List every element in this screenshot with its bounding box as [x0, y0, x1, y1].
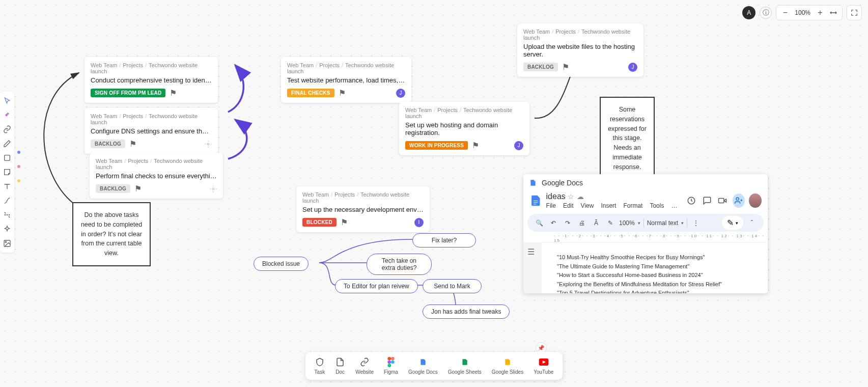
status-badge: SIGN OFF FROM PM LEAD [91, 89, 165, 97]
gear-icon[interactable] [205, 141, 212, 148]
menu-tools[interactable]: Tools [650, 202, 664, 209]
menu-edit[interactable]: Edit [563, 202, 574, 209]
svg-point-11 [387, 361, 391, 364]
link-tool[interactable] [2, 122, 13, 136]
info-button[interactable]: ⓘ [760, 7, 772, 19]
rect-tool[interactable] [2, 151, 13, 165]
note-box[interactable]: Some reservations expressed for this sta… [600, 97, 655, 180]
more-tool[interactable] [2, 208, 13, 222]
svg-point-1 [5, 214, 5, 215]
menu-insert[interactable]: Insert [601, 202, 616, 209]
mindmap-node[interactable]: Jon has adds final tweaks [423, 305, 510, 319]
breadcrumb: Web Team/Projects/Techwondo website laun… [96, 158, 217, 170]
gdoc-menu: File Edit View Insert Format Tools … [546, 201, 678, 209]
dock-gslides[interactable]: Google Slides [488, 355, 527, 377]
gear-icon[interactable] [210, 185, 217, 192]
card-title: Upload the website files to the hosting … [523, 43, 637, 58]
zoom-group: − 100% + [776, 5, 843, 20]
breadcrumb: Web Team/Projects/Techwondo website laun… [287, 62, 405, 74]
assignee-avatar[interactable]: I [414, 218, 424, 227]
mindmap-node[interactable]: Blocked issue [254, 257, 309, 271]
user-avatar[interactable]: A [742, 6, 755, 19]
search-icon[interactable]: 🔍 [534, 217, 545, 229]
mindmap-node[interactable]: Send to Mark [423, 279, 482, 293]
star-icon[interactable]: ☆ [568, 192, 574, 201]
note-box[interactable]: Do the above tasks need to be completed … [72, 202, 151, 266]
dock-doc[interactable]: Doc [331, 355, 349, 377]
task-card[interactable]: Web Team/Projects/Techwondo website laun… [399, 102, 529, 155]
flag-icon: ⚑ [134, 184, 142, 194]
gdoc-page[interactable]: "10 Must-Try Healthy Smoothie Recipes fo… [542, 243, 768, 293]
task-card[interactable]: Web Team/Projects/Techwondo website laun… [85, 57, 218, 103]
svg-point-3 [9, 214, 9, 215]
dock-youtube[interactable]: YouTube [529, 355, 557, 377]
gdoc-style[interactable]: Normal text [647, 219, 678, 227]
svg-point-10 [391, 357, 395, 361]
redo-icon[interactable]: ↷ [562, 217, 573, 229]
zoom-level[interactable]: 100% [792, 9, 814, 16]
dock-figma[interactable]: Figma [380, 355, 402, 377]
task-card[interactable]: Web Team/Projects/Techwondo website laun… [517, 23, 643, 77]
breadcrumb: Web Team/Projects/Techwondo website laun… [91, 113, 212, 125]
share-button[interactable] [733, 194, 745, 208]
cloud-icon[interactable]: ☁ [577, 192, 584, 201]
task-card[interactable]: Web Team/Projects/Techwondo website laun… [90, 153, 223, 199]
gdoc-source-label: Google Docs [542, 179, 583, 187]
gdoc-header: ideas ☆ ☁ File Edit View Insert Format T… [523, 189, 768, 212]
paint-icon[interactable]: ✎ [605, 217, 616, 229]
card-title: Perform final checks to ensure everythin… [96, 172, 217, 180]
gdoc-title[interactable]: ideas [546, 192, 566, 201]
doc-line: "10 Must-Try Healthy Smoothie Recipes fo… [557, 253, 752, 262]
print-icon[interactable]: 🖨 [576, 217, 587, 229]
integration-tool[interactable] [2, 108, 13, 122]
outline-icon[interactable]: ☰ [523, 243, 542, 293]
left-toolbar [0, 92, 14, 253]
collapse-icon[interactable]: ˆ [746, 217, 758, 229]
fit-width-button[interactable] [827, 6, 840, 19]
comment-icon[interactable] [701, 194, 713, 207]
assignee-avatar[interactable]: J [396, 89, 405, 98]
zoom-out-button[interactable]: − [778, 6, 792, 19]
cursor-tool[interactable] [2, 94, 13, 108]
sticky-tool[interactable] [2, 165, 13, 179]
svg-rect-8 [719, 199, 724, 203]
meet-icon[interactable] [717, 194, 729, 207]
menu-more[interactable]: … [671, 202, 677, 209]
history-icon[interactable] [685, 194, 697, 207]
more-icon[interactable]: ⋮ [690, 217, 702, 229]
assignee-avatar[interactable]: J [628, 63, 637, 72]
pen-tool[interactable] [2, 136, 13, 151]
task-card[interactable]: Web Team/Projects/Techwondo website laun… [296, 186, 430, 232]
menu-view[interactable]: View [581, 202, 594, 209]
breadcrumb: Web Team/Projects/Techwondo website laun… [91, 62, 212, 74]
dock-website[interactable]: Website [351, 355, 378, 377]
text-tool[interactable] [2, 179, 13, 194]
card-title: Conduct comprehensive testing to identif… [91, 76, 212, 84]
mindmap-node[interactable]: Tech take on extra duties? [367, 254, 432, 275]
dock-task[interactable]: Task [311, 355, 329, 377]
editing-mode[interactable]: ✎▾ [722, 216, 743, 230]
spellcheck-icon[interactable]: Ā [591, 217, 602, 229]
image-tool[interactable] [2, 236, 13, 251]
connector-tool[interactable] [2, 194, 13, 208]
top-controls: A ⓘ − 100% + [742, 5, 862, 20]
gdoc-zoom[interactable]: 100% [619, 219, 635, 227]
status-badge: BLOCKED [302, 218, 337, 227]
mindmap-node[interactable]: To Editor for plan reivew [335, 279, 418, 293]
assignee-avatar[interactable]: J [514, 141, 523, 150]
mindmap-node[interactable]: Fix later? [412, 233, 476, 247]
task-card[interactable]: Web Team/Projects/Techwondo website laun… [85, 108, 218, 154]
fullscreen-button[interactable] [847, 5, 862, 20]
zoom-in-button[interactable]: + [814, 6, 827, 19]
tool-indicator [17, 151, 20, 154]
profile-avatar[interactable] [749, 194, 762, 208]
gdoc-embed[interactable]: Google Docs ideas ☆ ☁ File Edit View Ins… [523, 174, 768, 293]
card-title: Test website performance, load times, an… [287, 76, 405, 84]
ai-tool[interactable] [2, 222, 13, 236]
dock-gdocs[interactable]: Google Docs [404, 355, 442, 377]
task-card[interactable]: Web Team/Projects/Techwondo website laun… [281, 57, 411, 103]
menu-format[interactable]: Format [623, 202, 642, 209]
dock-gsheets[interactable]: Google Sheets [444, 355, 486, 377]
menu-file[interactable]: File [546, 202, 556, 209]
undo-icon[interactable]: ↶ [548, 217, 559, 229]
